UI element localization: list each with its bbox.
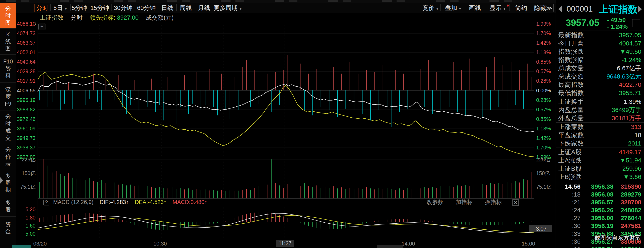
stat-label: 最高指数 (558, 81, 584, 89)
trade-row: :213956.57328708 (556, 198, 644, 206)
price-axis-label: 4029.28 (15, 69, 36, 74)
trade-price: 3956.19 (587, 222, 618, 230)
sidebar-item-char: 料 (5, 72, 11, 79)
percent-axis-label: 0.28% (536, 98, 551, 103)
button-显示[interactable]: 显示▼ (486, 4, 509, 12)
next-stock-arrow-icon[interactable] (638, 6, 642, 13)
price-axis-label: 4052.01 (15, 50, 36, 55)
button-隐藏[interactable]: 隐藏≫ (533, 4, 554, 12)
trade-time: :36 (558, 238, 580, 245)
button-简约[interactable]: 简约 (513, 4, 529, 12)
tab-30分钟[interactable]: 30分钟 (112, 4, 135, 12)
macd-action-改参数[interactable]: 改参数 (427, 199, 444, 205)
macd-axis-label: -5.00 (15, 231, 36, 236)
percent-axis-label: 0.85% (536, 117, 551, 122)
time-axis-label: 10:30 (154, 240, 167, 247)
sidebar-item-分时图[interactable]: 分时图 (0, 3, 16, 29)
stat-row-内盘总量: 内盘总量36499万手 (556, 106, 644, 114)
price-axis-label: 3961.09 (15, 126, 36, 131)
sidebar-item-char: 表 (5, 161, 11, 167)
stat-row-上证换手: 上证换手1.39% (556, 98, 644, 106)
chevron-down-icon: ▼ (239, 7, 242, 11)
stat-label: 总成交量 (558, 64, 584, 72)
trade-volume: 328708 (614, 198, 641, 206)
sidebar-item-char: 时 (5, 120, 11, 127)
sidebar-item-分时成交[interactable]: 分时成交 (0, 111, 16, 144)
button-画线[interactable]: 画线 (467, 4, 483, 12)
button-separator (509, 4, 510, 11)
tab-周线[interactable]: 周线 (176, 4, 195, 12)
chevron-down-icon: ▼ (64, 7, 68, 11)
close-indicator-icon[interactable]: × (512, 199, 519, 206)
sidebar-item-资金[interactable]: 资金 (0, 216, 16, 239)
button-叠加[interactable]: 叠加▼ (444, 4, 463, 12)
stat-value: 18 (634, 131, 641, 139)
sidebar-item-char: 多 (5, 173, 11, 179)
trade-row: :183956.08289279 (556, 190, 644, 198)
button-separator (463, 4, 463, 11)
left-sidebar: 分时图K线图F10资料深度F9分时成交分价表多周期多股资金 (0, 3, 16, 248)
chevron-down-icon: ▼ (436, 7, 439, 11)
sidebar-item-分价表[interactable]: 分价表 (0, 144, 16, 170)
stat-value: ▼51.94 (620, 156, 641, 164)
macd-action-加指标[interactable]: 加指标 (456, 199, 472, 205)
trade-time: :33 (558, 230, 580, 238)
time-axis-label: 15:00 (522, 240, 535, 247)
axis-top-border (38, 239, 534, 239)
sidebar-item-多股[interactable]: 多股 (0, 196, 16, 216)
sidebar-item-F10资料[interactable]: F10资料 (0, 55, 16, 83)
sidebar-item-K线图[interactable]: K线图 (0, 29, 16, 55)
trade-volume: 315390 (614, 183, 641, 190)
tab-5分钟[interactable]: 5分钟 (71, 4, 88, 12)
panel-minimize-button[interactable]: − (632, 19, 640, 27)
volume-axis-label: 150亿 (536, 171, 550, 176)
stat-row-最低指数: 最低指数3955.71 (556, 89, 644, 97)
trade-price: 3955.71 (587, 245, 618, 248)
macd-pane (38, 206, 534, 239)
sidebar-item-深度F9[interactable]: 深度F9 (0, 83, 16, 111)
sidebar-item-char: 图 (5, 45, 11, 52)
stat-label: 下跌家数 (558, 139, 584, 148)
prev-stock-arrow-icon[interactable] (558, 6, 562, 13)
legend-mode: 分时 (71, 14, 82, 21)
tab-日线[interactable]: 日线 (158, 4, 176, 12)
tab-60分钟[interactable]: 60分钟 (135, 4, 158, 12)
percent-axis-label: 1.99% (536, 21, 551, 27)
trade-time: :18 (558, 190, 580, 198)
price-axis-label: 3972.46 (15, 117, 36, 122)
price-axis-label: 4040.64 (15, 59, 36, 65)
volume-axis-label: 225亿 (536, 157, 550, 162)
trade-price: 3956.57 (587, 198, 618, 206)
sidebar-expand-arrow-icon[interactable] (0, 177, 3, 184)
stat-row-下跌家数: 下跌家数2011 (556, 139, 644, 148)
trade-volume: 305290 (614, 245, 641, 248)
chart-legend: 上证指数 分时 领先指标: 3927.00 成交额(元) (40, 14, 179, 21)
stat-label: 上证换手 (558, 98, 584, 106)
sidebar-item-char: 分 (5, 113, 11, 120)
stat-row-外盘总量: 外盘总量30181万手 (556, 114, 644, 122)
tab-更多周期[interactable]: 更多周期▼ (213, 4, 243, 12)
percent-axis-label: 0.57% (536, 69, 551, 74)
macd-axis-label: 5.20 (15, 207, 36, 212)
macd-action-换指标[interactable]: 换指标 (485, 199, 502, 205)
macd-header: ? MACD (12,26,9) DIF:-4.283↑ DEA:-4.523↑… (38, 199, 534, 206)
macd-axis-label: 1.80 (15, 215, 36, 220)
tab-分时[interactable]: 分时 (34, 4, 50, 12)
trade-volume: 289279 (614, 190, 641, 198)
tab-月线[interactable]: 月线 (195, 4, 213, 12)
trade-row: :303956.19247581 (556, 222, 644, 230)
indicator-help-button[interactable]: ? (43, 200, 49, 205)
panel-divider (556, 181, 644, 181)
stat-row-最新指数: 最新指数3957.05 (556, 31, 644, 39)
stat-label: 今日开盘 (558, 39, 584, 48)
volume-axis-label: 150亿 (15, 171, 36, 176)
button-竞价[interactable]: 竞价▼ (421, 4, 440, 12)
tab-5日[interactable]: 5日▼ (50, 4, 70, 12)
trade-price: 3956.08 (587, 190, 618, 198)
price-axis-label: 3983.82 (15, 107, 36, 112)
clipped-bottom-left-button (12, 245, 31, 248)
trade-price: 3956.00 (587, 214, 618, 222)
tab-15分钟[interactable]: 15分钟 (88, 4, 111, 12)
stat-value: 4004.57 (619, 39, 641, 48)
legend-index-name: 上证指数 (40, 14, 64, 21)
